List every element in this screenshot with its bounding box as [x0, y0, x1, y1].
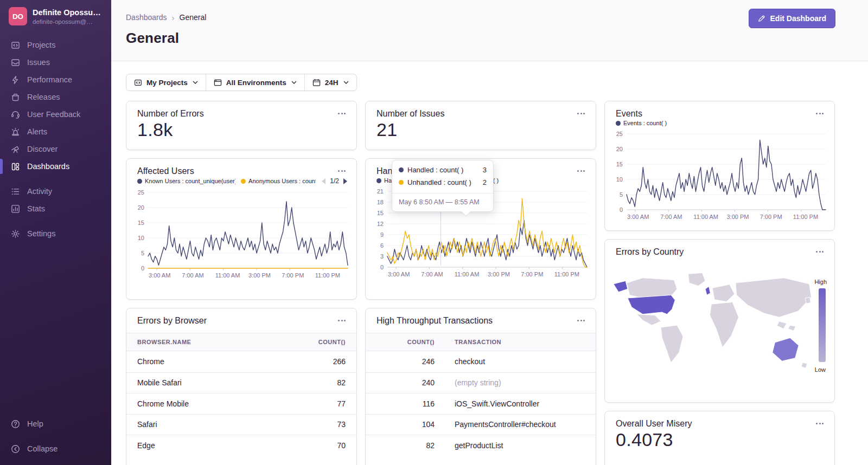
window-icon — [214, 79, 222, 87]
legend-dot — [376, 178, 381, 183]
widget-menu-button[interactable] — [575, 166, 587, 176]
legend-label: Events : count( ) — [623, 120, 667, 126]
org-switcher[interactable]: DO Definite Opossu… definite-opossum@… — [0, 0, 111, 30]
svg-text:7:00 PM: 7:00 PM — [760, 214, 782, 220]
sidebar-item-label: Activity — [27, 187, 52, 196]
sidebar-item-issues[interactable]: Issues — [0, 54, 111, 71]
table-row[interactable]: Chrome Mobile77 — [126, 393, 356, 414]
table-row[interactable]: 82getProductList — [366, 435, 596, 456]
map-australia — [773, 338, 799, 361]
environment-filter[interactable]: All Environments — [206, 74, 304, 91]
legend-pager: 1/2 — [321, 177, 348, 185]
svg-text:7:00 PM: 7:00 PM — [521, 271, 543, 277]
count-cell: 82 — [297, 378, 346, 387]
sidebar: DO Definite Opossu… definite-opossum@… P… — [0, 0, 111, 465]
table-row[interactable]: 116iOS_Swift.ViewController — [366, 393, 596, 414]
table-row[interactable]: Edge70 — [126, 435, 356, 456]
svg-text:11:00 PM: 11:00 PM — [554, 271, 579, 277]
sidebar-item-discover[interactable]: Discover — [0, 140, 111, 158]
sidebar-item-collapse[interactable]: Collapse — [0, 440, 111, 457]
pager-prev-icon[interactable] — [321, 178, 326, 184]
table-header-row: BROWSER.NAME COUNT() — [126, 333, 356, 351]
legend-dot — [137, 179, 142, 184]
table-row[interactable]: Safari73 — [126, 414, 356, 435]
table-row[interactable]: Chrome266 — [126, 351, 356, 372]
sidebar-item-settings[interactable]: Settings — [0, 225, 111, 242]
table-row[interactable]: Mobile Safari82 — [126, 372, 356, 393]
map-europe — [712, 285, 735, 302]
widget-menu-button[interactable] — [575, 109, 587, 118]
widget-title: Errors by Country — [616, 247, 684, 257]
sidebar-item-performance[interactable]: Performance — [0, 71, 111, 88]
count-cell: 266 — [297, 357, 346, 366]
sidebar-item-projects[interactable]: Projects — [0, 36, 111, 54]
sidebar-item-label: Settings — [27, 229, 55, 238]
legend-label: Anonymous Users : count — [248, 178, 316, 184]
count-cell: 70 — [297, 441, 346, 450]
org-email: definite-opossum@… — [33, 18, 101, 25]
sidebar-item-activity[interactable]: Activity — [0, 183, 111, 200]
sidebar-item-label: User Feedback — [27, 110, 80, 119]
widget-menu-button[interactable] — [336, 166, 348, 176]
svg-text:0: 0 — [141, 265, 144, 272]
sidebar-item-alerts[interactable]: Alerts — [0, 123, 111, 140]
widget-title: Number of Issues — [376, 109, 444, 119]
chevron-down-icon — [291, 80, 297, 85]
widget-menu-button[interactable] — [336, 109, 348, 118]
widget-errors-by-country: Errors by Country — [604, 239, 835, 403]
legend-item[interactable]: Anonymous Users : count — [241, 178, 316, 184]
widget-menu-button[interactable] — [814, 109, 826, 118]
svg-text:15: 15 — [616, 161, 623, 167]
legend-item[interactable]: Events : count( ) — [616, 120, 667, 126]
svg-text:3:00 PM: 3:00 PM — [248, 272, 271, 279]
browser-name-cell: Safari — [137, 420, 297, 429]
breadcrumb-dashboards-link[interactable]: Dashboards — [126, 13, 167, 22]
widget-menu-button[interactable] — [575, 316, 587, 325]
widget-menu-button[interactable] — [814, 247, 826, 256]
count-cell: 82 — [376, 441, 435, 450]
table-row[interactable]: 104PaymentsController#checkout — [366, 414, 596, 435]
map-central-america — [637, 314, 661, 325]
sidebar-item-stats[interactable]: Stats — [0, 200, 111, 217]
table-row[interactable]: 240(empty string) — [366, 372, 596, 393]
errors-by-browser-table: Chrome266Mobile Safari82Chrome Mobile77S… — [126, 351, 356, 456]
filter-bar: My Projects All Environments 24H — [126, 74, 357, 91]
affected-users-chart[interactable]: 05101520253:00 AM7:00 AM11:00 AM3:00 PM7… — [131, 188, 351, 281]
grid-column-2: Number of Issues 21 Handled vs Unhandled… — [365, 101, 596, 465]
events-chart[interactable]: 05101520253:00 AM7:00 AM11:00 AM3:00 PM7… — [609, 130, 829, 223]
world-map[interactable]: High Low — [612, 259, 828, 385]
transaction-cell: iOS_Swift.ViewController — [455, 399, 585, 408]
project-filter[interactable]: My Projects — [126, 74, 206, 91]
time-range-filter[interactable]: 24H — [304, 74, 356, 91]
widget-title: High Throughput Transactions — [376, 316, 493, 326]
table-row[interactable]: 246checkout — [366, 351, 596, 372]
map-united-states — [628, 295, 675, 314]
sidebar-item-label: Releases — [27, 93, 60, 101]
svg-text:12: 12 — [377, 221, 384, 227]
help-icon — [11, 419, 20, 429]
sidebar-nav: ProjectsIssuesPerformanceReleasesUser Fe… — [0, 36, 111, 242]
sidebar-item-help[interactable]: Help — [0, 415, 111, 432]
pager-next-icon[interactable] — [343, 178, 348, 184]
sidebar-item-dashboards[interactable]: Dashboards — [0, 158, 111, 175]
sidebar-item-label: Performance — [27, 75, 72, 84]
legend-item[interactable]: Known Users : count_unique(user) — [137, 178, 235, 184]
browser-name-cell: Chrome Mobile — [137, 399, 297, 408]
tooltip-row: Unhandled : count( )2 — [399, 178, 487, 186]
edit-dashboard-button[interactable]: Edit Dashboard — [749, 9, 835, 28]
sidebar-item-label: Issues — [27, 58, 50, 67]
legend-dot — [616, 121, 621, 126]
widget-title: Overall User Misery — [616, 419, 692, 429]
page-title: General — [126, 30, 835, 47]
big-number-value: 21 — [366, 119, 596, 140]
widget-menu-button[interactable] — [336, 316, 348, 325]
series-dot — [399, 180, 404, 185]
series-value: 3 — [483, 166, 487, 174]
sidebar-item-user-feedback[interactable]: User Feedback — [0, 106, 111, 123]
time-range-filter-label: 24H — [325, 79, 339, 87]
legend-dot — [241, 179, 246, 184]
map-scale-low-label: Low — [815, 366, 826, 373]
widget-menu-button[interactable] — [814, 419, 826, 428]
sidebar-item-label: Alerts — [27, 127, 47, 136]
sidebar-item-releases[interactable]: Releases — [0, 88, 111, 106]
